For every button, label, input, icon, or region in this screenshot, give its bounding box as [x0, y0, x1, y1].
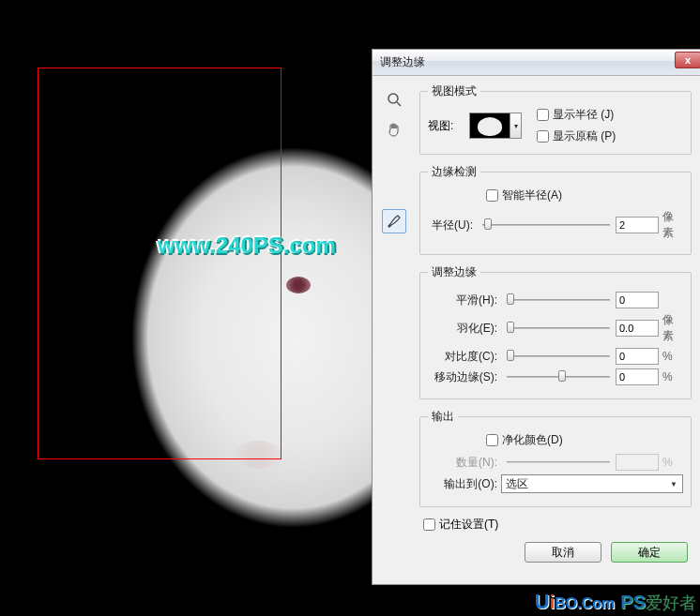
remember-settings-checkbox[interactable]: 记住设置(T)	[423, 517, 692, 533]
footer-ps: PS	[620, 592, 646, 613]
feather-input[interactable]	[616, 320, 659, 337]
svg-point-0	[388, 94, 398, 103]
smart-radius-label: 智能半径(A)	[502, 188, 562, 203]
group-edge-detection: 边缘检测 智能半径(A) 半径(U): 像素	[419, 164, 692, 255]
feather-unit: 像素	[659, 312, 683, 344]
tool-column	[373, 76, 416, 584]
close-button[interactable]: x	[675, 52, 700, 68]
radius-input[interactable]	[616, 217, 659, 233]
group-output: 输出 净化颜色(D) 数量(N): % 输出到(O): 选区 ▼	[419, 409, 692, 507]
show-radius-input[interactable]	[537, 109, 549, 121]
smart-radius-checkbox[interactable]: 智能半径(A)	[486, 188, 683, 203]
radius-slider[interactable]	[482, 217, 610, 233]
dialog-titlebar[interactable]: 调整边缘 x	[373, 50, 700, 76]
view-thumbnail	[469, 113, 510, 139]
show-original-input[interactable]	[537, 130, 549, 143]
cancel-button[interactable]: 取消	[525, 542, 601, 563]
selection-marquee	[38, 68, 282, 459]
zoom-icon	[387, 92, 402, 107]
refine-brush-tool[interactable]	[382, 209, 406, 233]
group-view-mode: 视图模式 视图: ▾ 显示半径 (J) 显示原稿 (	[419, 83, 692, 155]
shift-edge-unit: %	[659, 370, 683, 383]
dialog-main: 视图模式 视图: ▾ 显示半径 (J) 显示原稿 (	[416, 76, 700, 584]
group-adjust-edge: 调整边缘 平滑(H): 羽化(E): 像素 对比度(C):	[419, 264, 692, 399]
watermark-text: www.240PS.com	[158, 233, 336, 259]
legend-output: 输出	[428, 409, 458, 425]
ok-button-label: 确定	[638, 545, 661, 561]
legend-adjust-edge: 调整边缘	[428, 264, 480, 280]
zoom-tool[interactable]	[382, 87, 406, 112]
shift-edge-input[interactable]	[616, 368, 659, 385]
amount-unit: %	[659, 456, 683, 469]
hand-icon	[387, 122, 402, 137]
smooth-input[interactable]	[616, 292, 659, 308]
amount-slider	[507, 454, 610, 471]
chevron-down-icon: ▾	[510, 113, 522, 139]
cancel-button-label: 取消	[552, 545, 574, 561]
contrast-unit: %	[659, 350, 683, 363]
footer-domain: BO.Com	[555, 595, 615, 612]
shift-edge-label: 移动边缘(S):	[428, 369, 501, 385]
shift-edge-slider[interactable]	[507, 368, 610, 385]
smooth-slider[interactable]	[507, 292, 610, 308]
rabbit-eye	[286, 277, 311, 293]
show-radius-label: 显示半径 (J)	[553, 107, 614, 123]
radius-unit: 像素	[659, 209, 683, 241]
legend-edge-detection: 边缘检测	[428, 164, 480, 180]
legend-view-mode: 视图模式	[428, 83, 480, 99]
output-to-label: 输出到(O):	[428, 476, 501, 492]
svg-point-2	[388, 225, 391, 228]
output-to-value: 选区	[506, 476, 528, 492]
refine-edge-dialog: 调整边缘 x 视图模式 视图:	[372, 49, 700, 585]
remember-settings-label: 记住设置(T)	[439, 517, 498, 533]
amount-label: 数量(N):	[428, 455, 501, 471]
decontaminate-label: 净化颜色(D)	[502, 432, 563, 448]
decontaminate-checkbox[interactable]: 净化颜色(D)	[486, 432, 683, 448]
footer-watermark: U i BO.Com PS 爱好者	[535, 590, 696, 614]
amount-input	[616, 454, 659, 471]
show-radius-checkbox[interactable]: 显示半径 (J)	[537, 107, 616, 123]
contrast-slider[interactable]	[507, 348, 610, 365]
ok-button[interactable]: 确定	[611, 542, 688, 563]
feather-label: 羽化(E):	[428, 321, 501, 337]
footer-zh: 爱好者	[646, 592, 696, 614]
radius-label: 半径(U):	[428, 218, 477, 233]
svg-line-1	[397, 102, 401, 106]
feather-slider[interactable]	[507, 320, 610, 337]
dialog-title: 调整边缘	[380, 54, 425, 70]
contrast-input[interactable]	[616, 348, 659, 365]
view-label: 视图:	[428, 118, 464, 134]
remember-settings-input[interactable]	[423, 518, 435, 531]
show-original-checkbox[interactable]: 显示原稿 (P)	[537, 128, 616, 144]
show-original-label: 显示原稿 (P)	[553, 128, 616, 144]
smooth-label: 平滑(H):	[428, 293, 501, 308]
brush-icon	[387, 214, 402, 229]
decontaminate-input[interactable]	[486, 434, 498, 446]
chevron-down-icon: ▼	[667, 477, 680, 490]
hand-tool[interactable]	[382, 117, 406, 142]
footer-u: U	[535, 590, 550, 614]
contrast-label: 对比度(C):	[428, 349, 501, 365]
output-to-dropdown[interactable]: 选区 ▼	[501, 474, 683, 493]
view-preview-dropdown[interactable]: ▾	[464, 113, 522, 139]
smart-radius-input[interactable]	[486, 189, 498, 202]
close-icon: x	[685, 54, 691, 66]
